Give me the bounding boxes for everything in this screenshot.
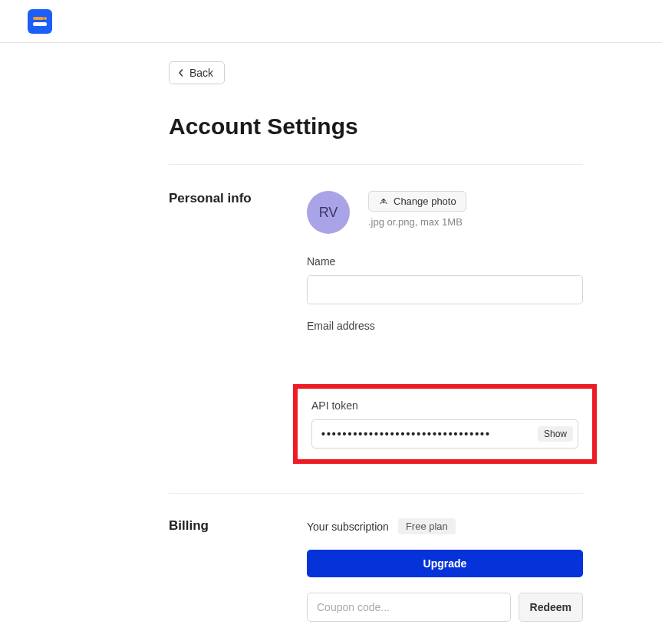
coupon-input[interactable] (307, 593, 511, 622)
photo-actions: Change photo .jpg or.png, max 1MB (368, 191, 466, 228)
change-photo-button[interactable]: Change photo (368, 191, 466, 212)
email-input[interactable] (307, 340, 583, 369)
back-button[interactable]: Back (169, 61, 225, 84)
section-body-personal: RV Change photo .jpg or.png, max 1MB Nam… (307, 191, 583, 464)
plan-badge: Free plan (398, 518, 456, 534)
section-personal: Personal info RV Change photo .jpg or.pn… (169, 191, 583, 464)
api-token-row: •••••••••••••••••••••••••••••••• Show (311, 419, 578, 449)
field-group-name: Name (307, 255, 583, 304)
photo-row: RV Change photo .jpg or.png, max 1MB (307, 191, 583, 234)
api-token-label: API token (311, 399, 578, 412)
change-photo-label: Change photo (394, 196, 456, 207)
subscription-row: Your subscription Free plan (307, 518, 583, 534)
upload-icon (378, 196, 389, 207)
chevron-left-icon (177, 69, 185, 77)
topbar (0, 0, 662, 43)
section-body-billing: Your subscription Free plan Upgrade Rede… (307, 518, 583, 622)
api-token-value: •••••••••••••••••••••••••••••••• (321, 428, 538, 440)
back-label: Back (189, 67, 213, 79)
subscription-label: Your subscription (307, 521, 389, 533)
upgrade-button[interactable]: Upgrade (307, 550, 583, 577)
app-logo[interactable] (28, 9, 52, 34)
coupon-row: Redeem (307, 593, 583, 622)
show-token-button[interactable]: Show (538, 426, 573, 442)
field-group-token: API token ••••••••••••••••••••••••••••••… (311, 399, 578, 449)
name-input[interactable] (307, 275, 583, 304)
logo-icon (33, 17, 47, 26)
divider (169, 164, 583, 165)
api-token-highlight: API token ••••••••••••••••••••••••••••••… (293, 384, 597, 464)
section-title-personal: Personal info (169, 191, 307, 464)
section-billing: Billing Your subscription Free plan Upgr… (169, 518, 583, 622)
name-label: Name (307, 255, 583, 268)
section-title-billing: Billing (169, 518, 307, 622)
avatar: RV (307, 191, 350, 234)
field-group-email: Email address (307, 320, 583, 369)
page-container: Back Account Settings Personal info RV C… (169, 43, 662, 622)
divider (169, 493, 583, 494)
email-label: Email address (307, 320, 583, 332)
redeem-button[interactable]: Redeem (519, 593, 583, 622)
page-title: Account Settings (169, 113, 662, 140)
photo-hint: .jpg or.png, max 1MB (368, 216, 466, 228)
